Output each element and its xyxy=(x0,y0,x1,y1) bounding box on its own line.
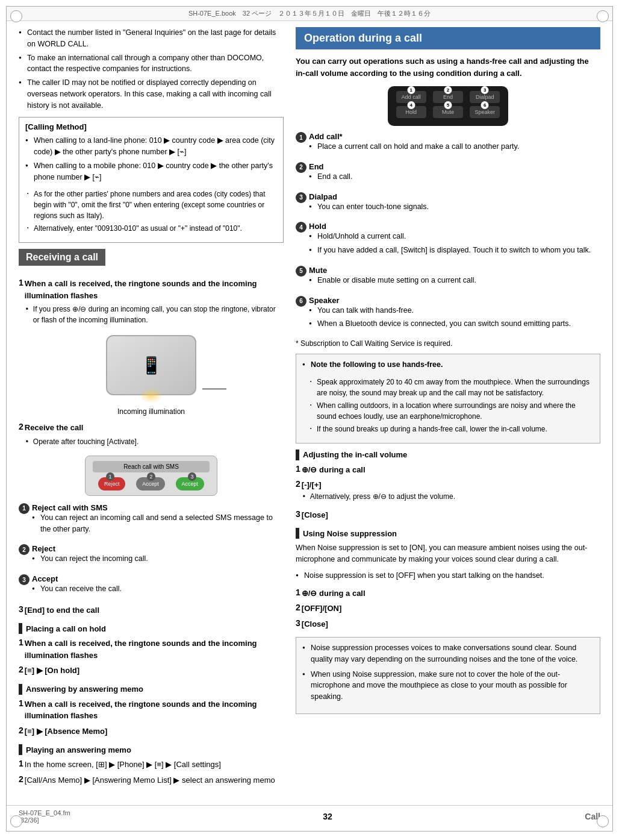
receive-item-2-bullets: You can reject the incoming call. xyxy=(32,553,284,565)
note-item-1: Speak approximately 20 to 40 cm away fro… xyxy=(308,377,594,398)
noise-note-list: Noise suppression processes voices to ma… xyxy=(302,642,594,703)
noise-step-3: 3 [Close] xyxy=(296,618,600,630)
step-3-num: 3 xyxy=(19,604,23,614)
playing-dark-bar xyxy=(19,744,22,755)
note-item-3: If the sound breaks up during a hands-fr… xyxy=(308,424,594,434)
op-num-2: 2 xyxy=(296,162,306,173)
placing-step-1: 1 When a call is received, the ringtone … xyxy=(19,638,284,661)
op-item-1-bullet-0: Place a current call on hold and make a … xyxy=(309,141,600,152)
receive-num-2: 2 xyxy=(19,544,30,555)
answering-dark-bar xyxy=(19,684,22,695)
receive-item-2-bullet: You can reject the incoming call. xyxy=(32,553,284,565)
noise-header-text: Using Noise suppression xyxy=(303,529,397,538)
corner-mark-tl xyxy=(10,10,22,22)
op-phone: 1 Add call 2 End 3 Dialpad xyxy=(388,86,508,126)
noise-note-2: When using Noise suppression, make sure … xyxy=(302,669,594,703)
placing-step-2: 2 [≡] ▶ [On hold] xyxy=(19,665,284,677)
operation-phone-container: 1 Add call 2 End 3 Dialpad xyxy=(296,86,600,126)
operation-header: Operation during a call xyxy=(296,27,600,49)
op-item-3-content: Dialpad You can enter touch-tone signals… xyxy=(309,192,600,219)
answering-step-2-num: 2 xyxy=(19,726,23,735)
op-item-2-bullets: End a call. xyxy=(309,171,600,183)
op-num-3: 3 xyxy=(296,192,306,203)
answering-header-row: Answering by answering memo xyxy=(19,684,284,695)
op-item-5-bullet-0: Enable or disable mute setting on a curr… xyxy=(309,275,600,286)
adjust-step-2-bullet: Alternatively, press ⊕/⊖ to adjust the v… xyxy=(302,491,600,502)
note-box-items: Speak approximately 20 to 40 cm away fro… xyxy=(302,377,594,434)
intro-bullet-3: The caller ID may not be notified or dis… xyxy=(19,77,284,111)
receive-item-1-title: Reject call with SMS xyxy=(32,503,284,512)
receive-item-3-bullets: You can receive the call. xyxy=(32,583,284,595)
noise-step-2-num: 2 xyxy=(296,603,300,612)
page-border: SH-07E_E.book 32 ページ ２０１３年５月１０日 金曜日 午後１２… xyxy=(6,6,613,832)
step-1-bullet: If you press ⊕/⊖ during an incoming call… xyxy=(25,304,284,325)
incoming-glow xyxy=(139,388,163,403)
op-item-4: 4 Hold Hold/Unhold a current call. If yo… xyxy=(296,222,600,262)
op-item-5-title: Mute xyxy=(309,266,600,275)
adjusting-header-row: Adjusting the in-call volume xyxy=(296,450,600,460)
step-2-content: Receive the call Operate after touching … xyxy=(25,422,284,451)
main-content: Contact the number listed in "General In… xyxy=(7,21,612,799)
receive-ui: Reach call with SMS 1 2 3 Reject Accept … xyxy=(85,456,217,496)
answering-section: Answering by answering memo 1 When a cal… xyxy=(19,684,284,738)
calling-method-bullets: When calling to a land-line phone: 010 ▶… xyxy=(25,135,277,183)
step-2-bullets: Operate after touching [Activate]. xyxy=(25,436,284,447)
receive-item-2: 2 Reject You can reject the incoming cal… xyxy=(19,544,284,571)
page-footer: SH-07E_E_04.fm [32/36] 32 Call xyxy=(7,805,612,827)
op-item-6: 6 Speaker You can talk with hands-free. … xyxy=(296,296,600,336)
placing-step-2-text: [≡] ▶ [On hold] xyxy=(25,665,284,677)
noise-bullets: Noise suppression is set to [OFF] when y… xyxy=(296,570,600,581)
receive-item-3-title: Accept xyxy=(32,574,284,583)
calling-method-title: [Calling Method] xyxy=(25,122,277,131)
op-item-6-title: Speaker xyxy=(309,296,600,305)
file-info: SH-07E_E_04.fm [32/36] xyxy=(19,809,70,824)
op-item-4-bullets: Hold/Unhold a current call. If you have … xyxy=(309,231,600,256)
step-1-text: When a call is received, the ringtone so… xyxy=(25,279,257,300)
op-item-4-bullet-0: Hold/Unhold a current call. xyxy=(309,231,600,242)
step-2-num: 2 xyxy=(19,422,23,431)
op-item-6-bullets: You can talk with hands-free. When a Blu… xyxy=(309,305,600,330)
answering-step-1-num: 1 xyxy=(19,698,23,708)
step-2-text: Receive the call xyxy=(25,423,84,432)
answering-step-2-text: [≡] ▶ [Absence Memo] xyxy=(25,726,284,738)
op-item-6-bullet-0: You can talk with hands-free. xyxy=(309,305,600,316)
adjusting-dark-bar xyxy=(296,450,299,460)
file-label: SH-07E_E_04.fm xyxy=(19,809,70,816)
receive-items: 1 Reject call with SMS You can reject an… xyxy=(19,503,284,601)
op-phone-bottom-row: 4 Hold 5 Mute 6 Speaker xyxy=(393,106,503,118)
noise-step-2: 2 [OFF]/[ON] xyxy=(296,603,600,615)
receive-item-1-bullets: You can reject an incoming call and send… xyxy=(32,512,284,535)
subscription-note: * Subscription to Call Waiting Service i… xyxy=(296,339,600,348)
calling-item-1: When calling to a land-line phone: 010 ▶… xyxy=(25,135,277,158)
noise-header-row: Using Noise suppression xyxy=(296,528,600,539)
noise-step-3-num: 3 xyxy=(296,618,300,628)
step-1: 1 When a call is received, the ringtone … xyxy=(19,278,284,329)
answering-step-2: 2 [≡] ▶ [Absence Memo] xyxy=(19,726,284,738)
receive-num-1: 1 xyxy=(19,503,30,514)
playing-step-2: 2 [Call/Ans Memo] ▶ [Answering Memo List… xyxy=(19,774,284,786)
note-box-header: Note the following to use hands-free. xyxy=(302,359,594,371)
corner-mark-tr xyxy=(597,10,609,22)
op-item-3-bullet-0: You can enter touch-tone signals. xyxy=(309,201,600,213)
intro-bullet-2: To make an international call through a … xyxy=(19,52,284,75)
op-item-1-content: Add call* Place a current call on hold a… xyxy=(309,132,600,158)
receive-item-3: 3 Accept You can receive the call. xyxy=(19,574,284,601)
op-item-1-bullets: Place a current call on hold and make a … xyxy=(309,141,600,152)
noise-dark-bar xyxy=(296,528,299,539)
page-number: 32 xyxy=(323,812,332,821)
noise-note-box: Noise suppression processes voices to ma… xyxy=(296,637,600,714)
adjust-step-2-content: [-]/[+] Alternatively, press ⊕/⊖ to adju… xyxy=(302,479,600,506)
op-num-5: 5 xyxy=(296,266,306,277)
note-box: Note the following to use hands-free. Sp… xyxy=(296,354,600,444)
left-column: Contact the number listed in "General In… xyxy=(19,27,284,793)
playing-step-1: 1 In the home screen, [⊞] ▶ [Phone] ▶ [≡… xyxy=(19,759,284,771)
adjust-step-2-num: 2 xyxy=(296,479,300,489)
noise-step-3-text: [Close] xyxy=(302,618,600,630)
noise-step-2-text: [OFF]/[ON] xyxy=(302,603,600,615)
calling-dash-2: Alternatively, enter "009130-010" as usu… xyxy=(25,223,277,234)
op-item-4-content: Hold Hold/Unhold a current call. If you … xyxy=(309,222,600,262)
adjust-step-3: 3 [Close] xyxy=(296,509,600,521)
op-item-2: 2 End End a call. xyxy=(296,162,600,189)
adjust-step-3-num: 3 xyxy=(296,509,300,519)
intro-bullet-1: Contact the number listed in "General In… xyxy=(19,27,284,50)
